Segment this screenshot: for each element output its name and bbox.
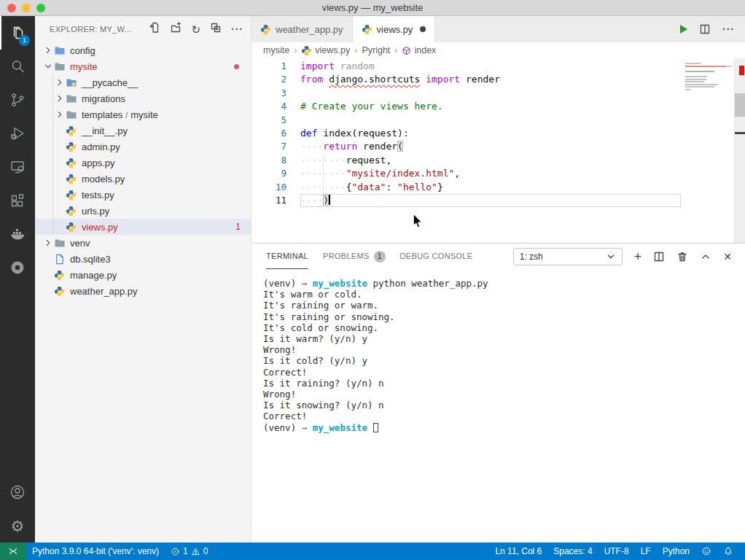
feedback-icon <box>701 546 711 556</box>
collapse-folders-button[interactable] <box>210 22 222 36</box>
line-number: 6 <box>251 127 286 140</box>
split-editor-button[interactable] <box>699 23 711 35</box>
tree-item[interactable]: models.py <box>35 171 251 187</box>
code-editor[interactable]: 1import random2from django.shortcuts imp… <box>251 58 745 243</box>
scrollbar-thumb[interactable] <box>735 93 745 117</box>
activity-bar-remote-explorer[interactable] <box>0 150 35 184</box>
close-panel-button[interactable]: ✕ <box>723 252 732 262</box>
editor-tab[interactable]: weather_app.py <box>251 16 353 42</box>
activity-bar-files[interactable]: 1 <box>0 16 35 50</box>
line-number: 11 <box>251 194 286 207</box>
tree-item[interactable]: tests.py <box>35 187 251 203</box>
tree-item-label: manage.py <box>70 270 117 281</box>
notifications-button[interactable] <box>717 542 739 560</box>
tree-item[interactable]: __init__.py <box>35 122 251 139</box>
tree-item-label: db.sqlite3 <box>70 254 111 265</box>
activity-bar-docker[interactable] <box>0 217 35 251</box>
code-line[interactable]: 9········"mysite/index.html", <box>251 167 745 180</box>
title-bar: views.py — my_website <box>0 0 745 16</box>
tree-item[interactable]: weather_app.py <box>35 283 251 299</box>
language-mode-status[interactable]: Python <box>657 542 695 560</box>
code-line[interactable]: 6def index(request): <box>251 127 745 140</box>
tree-item[interactable]: venv <box>35 235 251 251</box>
code-line[interactable]: 4# Create your views here. <box>251 100 745 113</box>
explorer-more-actions-button[interactable]: ··· <box>231 24 243 34</box>
python-icon <box>66 206 79 217</box>
kill-terminal-button[interactable] <box>676 251 688 262</box>
unsaved-dot <box>420 26 426 32</box>
feedback-button[interactable] <box>695 542 717 560</box>
tree-item[interactable]: templates / mysite <box>35 106 251 122</box>
tree-item[interactable]: migrations <box>35 90 251 106</box>
panel-tab-problems[interactable]: PROBLEMS1 <box>323 244 386 269</box>
minimap[interactable] <box>685 63 732 92</box>
breadcrumb-item[interactable]: index <box>402 45 436 55</box>
activity-bar-search[interactable] <box>0 50 35 83</box>
line-number: 7 <box>251 140 286 153</box>
tree-item[interactable]: views.py1 <box>35 219 251 235</box>
code-line[interactable]: 1import random <box>251 60 745 73</box>
code-line[interactable]: 2from django.shortcuts import render <box>251 73 745 86</box>
panel-tab-terminal[interactable]: TERMINAL <box>266 244 308 269</box>
editor-tab[interactable]: views.py <box>353 16 436 42</box>
encoding-status[interactable]: UTF-8 <box>598 542 635 560</box>
breadcrumb-item[interactable]: mysite <box>263 45 289 55</box>
problems-status[interactable]: 1 0 <box>165 542 214 560</box>
tree-item-label: venv <box>70 238 90 249</box>
python-icon <box>54 270 67 281</box>
new-terminal-button[interactable]: + <box>634 250 642 263</box>
line-number: 2 <box>251 73 286 86</box>
editor-scrollbar[interactable] <box>734 58 745 243</box>
tree-item[interactable]: config <box>35 42 251 58</box>
code-line[interactable]: 11····) <box>251 194 745 207</box>
new-folder-button[interactable] <box>170 22 182 36</box>
breadcrumb: mysite›views.py›Pyright›index <box>251 42 745 58</box>
tree-item[interactable]: __pycache__ <box>35 74 251 90</box>
tree-item-label: __init__.py <box>82 125 128 136</box>
code-line[interactable]: 10········{"data": "hello"} <box>251 181 745 194</box>
activity-bar-settings[interactable]: ⚙ <box>0 509 35 542</box>
code-line[interactable]: 8········request, <box>251 154 745 167</box>
terminal-line: It's raining or warm. <box>263 300 745 311</box>
remote-indicator[interactable] <box>0 542 26 560</box>
terminal-select[interactable]: 1: zsh <box>513 248 623 265</box>
tree-item[interactable]: urls.py <box>35 203 251 219</box>
code-line[interactable]: 3 <box>251 87 745 100</box>
code-line[interactable]: 7····return render( <box>251 140 745 153</box>
file-tree: configmysite__pycache__migrationstemplat… <box>35 42 251 542</box>
refresh-explorer-button[interactable]: ↻ <box>191 24 200 35</box>
tree-item[interactable]: admin.py <box>35 139 251 155</box>
maximize-panel-button[interactable] <box>700 251 711 262</box>
editor-more-actions-button[interactable]: ··· <box>722 24 735 34</box>
tree-item[interactable]: manage.py <box>35 267 251 283</box>
python-interpreter-status[interactable]: Python 3.9.0 64-bit ('venv': venv) <box>26 542 165 560</box>
indentation-status[interactable]: Spaces: 4 <box>547 542 598 560</box>
folder-python-icon <box>66 77 79 88</box>
activity-bar-run-debug[interactable] <box>0 117 35 150</box>
breadcrumb-item[interactable]: views.py <box>301 45 350 56</box>
activity-bar-account[interactable] <box>0 475 35 509</box>
terminal-output[interactable]: (venv) → my_website python weather_app.p… <box>251 269 745 542</box>
tree-item[interactable]: apps.py <box>35 155 251 171</box>
cursor-position-status[interactable]: Ln 11, Col 6 <box>489 542 547 560</box>
terminal-line: Is it cold? (y/n) y <box>263 355 745 366</box>
breadcrumb-separator: › <box>354 45 357 55</box>
activity-bar-extensions[interactable] <box>0 184 35 217</box>
new-file-button[interactable] <box>149 22 160 36</box>
activity-bar-gear-circle[interactable] <box>0 251 35 284</box>
code-line[interactable]: 5 <box>251 114 745 127</box>
tree-item-label: urls.py <box>82 206 109 217</box>
split-terminal-button[interactable] <box>653 251 665 262</box>
activity-bar-source-control[interactable] <box>0 83 35 117</box>
terminal-line: (venv) → my_website <box>263 422 745 433</box>
tab-label: weather_app.py <box>276 24 343 35</box>
tree-item[interactable]: db.sqlite3 <box>35 251 251 267</box>
panel-tab-debug-console[interactable]: DEBUG CONSOLE <box>400 244 473 269</box>
breadcrumb-item[interactable]: Pyright <box>362 45 390 55</box>
tree-item[interactable]: mysite <box>35 58 251 74</box>
scrollbar-error-marker <box>739 66 744 75</box>
warning-icon <box>191 547 200 556</box>
tree-item-label: views.py <box>82 222 118 233</box>
run-python-file-button[interactable] <box>680 25 687 34</box>
eol-status[interactable]: LF <box>635 542 657 560</box>
